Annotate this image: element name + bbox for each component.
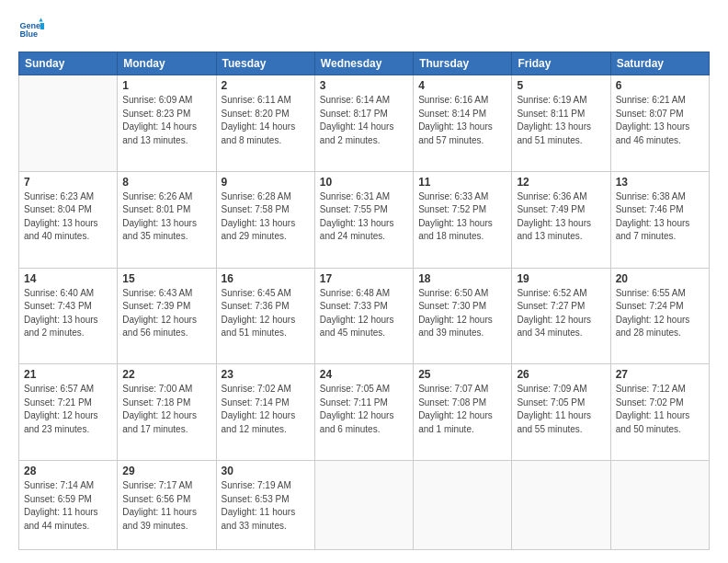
days-of-week-row: SundayMondayTuesdayWednesdayThursdayFrid… <box>19 52 710 75</box>
day-number: 27 <box>616 368 704 381</box>
day-number: 19 <box>517 272 605 285</box>
day-number: 16 <box>222 272 310 285</box>
calendar-cell: 30Sunrise: 7:19 AMSunset: 6:53 PMDayligh… <box>216 461 314 550</box>
day-info: Sunrise: 7:14 AMSunset: 6:59 PMDaylight:… <box>24 479 112 533</box>
day-info: Sunrise: 6:23 AMSunset: 8:04 PMDaylight:… <box>24 190 112 244</box>
calendar-cell: 4Sunrise: 6:16 AMSunset: 8:14 PMDaylight… <box>414 75 512 172</box>
day-info: Sunrise: 7:17 AMSunset: 6:56 PMDaylight:… <box>122 479 210 533</box>
calendar-cell <box>19 75 118 172</box>
day-info: Sunrise: 6:16 AMSunset: 8:14 PMDaylight:… <box>418 94 506 147</box>
day-number: 7 <box>24 176 112 189</box>
calendar-cell: 29Sunrise: 7:17 AMSunset: 6:56 PMDayligh… <box>118 461 216 550</box>
day-info: Sunrise: 6:11 AMSunset: 8:20 PMDaylight:… <box>222 94 310 147</box>
day-number: 1 <box>122 79 210 92</box>
day-info: Sunrise: 6:38 AMSunset: 7:46 PMDaylight:… <box>616 190 704 244</box>
dow-header: Monday <box>118 52 216 75</box>
day-number: 14 <box>24 272 112 285</box>
calendar-cell: 26Sunrise: 7:09 AMSunset: 7:05 PMDayligh… <box>512 364 610 461</box>
calendar-cell: 27Sunrise: 7:12 AMSunset: 7:02 PMDayligh… <box>610 364 709 461</box>
day-number: 13 <box>616 176 704 189</box>
day-number: 20 <box>616 272 704 285</box>
calendar-cell <box>512 461 610 550</box>
calendar-cell <box>414 461 512 550</box>
calendar-week-row: 21Sunrise: 6:57 AMSunset: 7:21 PMDayligh… <box>19 364 710 461</box>
calendar-cell: 7Sunrise: 6:23 AMSunset: 8:04 PMDaylight… <box>19 171 118 268</box>
day-info: Sunrise: 6:31 AMSunset: 7:55 PMDaylight:… <box>320 190 408 244</box>
page-header: General Blue <box>18 17 710 42</box>
day-number: 30 <box>222 465 310 477</box>
calendar-cell: 14Sunrise: 6:40 AMSunset: 7:43 PMDayligh… <box>19 268 118 364</box>
day-info: Sunrise: 6:26 AMSunset: 8:01 PMDaylight:… <box>122 190 210 244</box>
day-info: Sunrise: 6:50 AMSunset: 7:30 PMDaylight:… <box>418 287 506 340</box>
calendar-cell: 24Sunrise: 7:05 AMSunset: 7:11 PMDayligh… <box>314 364 413 461</box>
day-number: 22 <box>122 368 210 381</box>
day-number: 10 <box>320 176 408 189</box>
day-info: Sunrise: 6:43 AMSunset: 7:39 PMDaylight:… <box>122 287 210 340</box>
calendar-body: 1Sunrise: 6:09 AMSunset: 8:23 PMDaylight… <box>19 75 710 550</box>
day-number: 5 <box>517 79 605 92</box>
day-info: Sunrise: 7:09 AMSunset: 7:05 PMDaylight:… <box>517 383 605 436</box>
calendar-cell: 19Sunrise: 6:52 AMSunset: 7:27 PMDayligh… <box>512 268 610 364</box>
day-number: 28 <box>24 465 112 477</box>
calendar-cell: 25Sunrise: 7:07 AMSunset: 7:08 PMDayligh… <box>414 364 512 461</box>
dow-header: Wednesday <box>314 52 413 75</box>
calendar-week-row: 14Sunrise: 6:40 AMSunset: 7:43 PMDayligh… <box>19 268 710 364</box>
svg-text:Blue: Blue <box>19 29 38 39</box>
calendar-cell: 10Sunrise: 6:31 AMSunset: 7:55 PMDayligh… <box>314 171 413 268</box>
day-number: 15 <box>122 272 210 285</box>
dow-header: Sunday <box>19 52 118 75</box>
day-info: Sunrise: 6:21 AMSunset: 8:07 PMDaylight:… <box>616 94 704 147</box>
day-info: Sunrise: 7:00 AMSunset: 7:18 PMDaylight:… <box>122 383 210 436</box>
calendar-cell: 13Sunrise: 6:38 AMSunset: 7:46 PMDayligh… <box>610 171 709 268</box>
svg-marker-2 <box>39 17 42 21</box>
day-info: Sunrise: 6:55 AMSunset: 7:24 PMDaylight:… <box>616 287 704 340</box>
dow-header: Friday <box>512 52 610 75</box>
calendar-week-row: 1Sunrise: 6:09 AMSunset: 8:23 PMDaylight… <box>19 75 710 172</box>
day-info: Sunrise: 6:19 AMSunset: 8:11 PMDaylight:… <box>517 94 605 147</box>
day-number: 21 <box>24 368 112 381</box>
calendar-cell: 28Sunrise: 7:14 AMSunset: 6:59 PMDayligh… <box>19 461 118 550</box>
day-info: Sunrise: 7:07 AMSunset: 7:08 PMDaylight:… <box>418 383 506 436</box>
calendar-table: SundayMondayTuesdayWednesdayThursdayFrid… <box>18 52 710 550</box>
logo: General Blue <box>18 17 44 42</box>
calendar-cell: 17Sunrise: 6:48 AMSunset: 7:33 PMDayligh… <box>314 268 413 364</box>
day-number: 8 <box>122 176 210 189</box>
day-number: 18 <box>418 272 506 285</box>
day-number: 3 <box>320 79 408 92</box>
calendar-cell: 16Sunrise: 6:45 AMSunset: 7:36 PMDayligh… <box>216 268 314 364</box>
day-info: Sunrise: 7:02 AMSunset: 7:14 PMDaylight:… <box>222 383 310 436</box>
day-info: Sunrise: 6:28 AMSunset: 7:58 PMDaylight:… <box>222 190 310 244</box>
day-number: 12 <box>517 176 605 189</box>
calendar-cell: 9Sunrise: 6:28 AMSunset: 7:58 PMDaylight… <box>216 171 314 268</box>
dow-header: Thursday <box>414 52 512 75</box>
day-info: Sunrise: 7:12 AMSunset: 7:02 PMDaylight:… <box>616 383 704 436</box>
day-info: Sunrise: 6:40 AMSunset: 7:43 PMDaylight:… <box>24 287 112 340</box>
calendar-cell: 20Sunrise: 6:55 AMSunset: 7:24 PMDayligh… <box>610 268 709 364</box>
day-info: Sunrise: 6:14 AMSunset: 8:17 PMDaylight:… <box>320 94 408 147</box>
day-number: 4 <box>418 79 506 92</box>
day-info: Sunrise: 6:45 AMSunset: 7:36 PMDaylight:… <box>222 287 310 340</box>
svg-marker-3 <box>40 23 44 29</box>
dow-header: Tuesday <box>216 52 314 75</box>
calendar-cell: 18Sunrise: 6:50 AMSunset: 7:30 PMDayligh… <box>414 268 512 364</box>
calendar-cell: 1Sunrise: 6:09 AMSunset: 8:23 PMDaylight… <box>118 75 216 172</box>
calendar-cell: 12Sunrise: 6:36 AMSunset: 7:49 PMDayligh… <box>512 171 610 268</box>
day-number: 17 <box>320 272 408 285</box>
day-number: 24 <box>320 368 408 381</box>
calendar-cell: 21Sunrise: 6:57 AMSunset: 7:21 PMDayligh… <box>19 364 118 461</box>
day-info: Sunrise: 6:36 AMSunset: 7:49 PMDaylight:… <box>517 190 605 244</box>
day-number: 29 <box>122 465 210 477</box>
dow-header: Saturday <box>610 52 709 75</box>
day-info: Sunrise: 7:19 AMSunset: 6:53 PMDaylight:… <box>222 479 310 533</box>
day-number: 26 <box>517 368 605 381</box>
calendar-cell: 11Sunrise: 6:33 AMSunset: 7:52 PMDayligh… <box>414 171 512 268</box>
day-number: 2 <box>222 79 310 92</box>
calendar-cell: 15Sunrise: 6:43 AMSunset: 7:39 PMDayligh… <box>118 268 216 364</box>
day-info: Sunrise: 6:57 AMSunset: 7:21 PMDaylight:… <box>24 383 112 436</box>
day-info: Sunrise: 6:09 AMSunset: 8:23 PMDaylight:… <box>122 94 210 147</box>
calendar-cell <box>314 461 413 550</box>
calendar-cell: 3Sunrise: 6:14 AMSunset: 8:17 PMDaylight… <box>314 75 413 172</box>
day-number: 6 <box>616 79 704 92</box>
day-info: Sunrise: 6:33 AMSunset: 7:52 PMDaylight:… <box>418 190 506 244</box>
day-info: Sunrise: 6:52 AMSunset: 7:27 PMDaylight:… <box>517 287 605 340</box>
